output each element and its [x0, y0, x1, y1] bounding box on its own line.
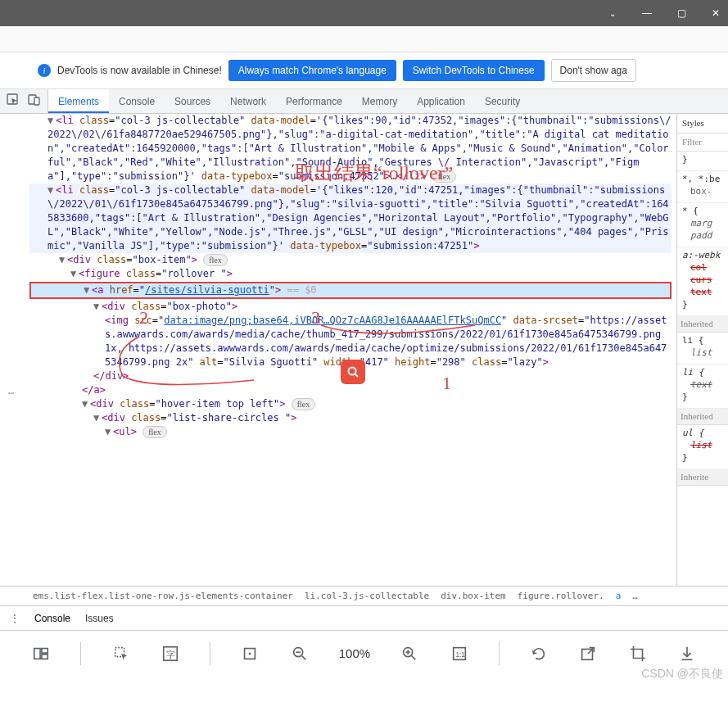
- window-titlebar: ⌄ — ▢ ✕: [0, 0, 728, 26]
- gutter: ⋯: [0, 114, 29, 586]
- bc-item-selected[interactable]: a: [616, 591, 622, 601]
- svg-rect-2: [34, 97, 39, 105]
- bc-more[interactable]: …: [632, 591, 638, 601]
- console-drawer: ⋮ Console Issues: [0, 605, 728, 630]
- dom-node-anchor-selected[interactable]: ▼<a href="/sites/silvia-sguotti"> == $0: [29, 282, 671, 299]
- inspect-icon[interactable]: [7, 93, 20, 109]
- svg-line-4: [355, 374, 359, 378]
- svg-line-17: [412, 655, 416, 659]
- devtools-tabs: Elements Console Sources Network Perform…: [0, 89, 728, 114]
- dom-node-li-2[interactable]: ▼<li class="col-3 js-collectable" data-m…: [29, 183, 671, 253]
- dom-node-hover-item[interactable]: ▼<div class="hover-item top left"> flex: [29, 397, 671, 411]
- style-rule[interactable]: a:-webkcolcurstext}: [677, 247, 728, 316]
- ocr-icon[interactable]: 字: [161, 644, 180, 663]
- style-rule[interactable]: li {text}: [677, 365, 728, 409]
- elements-dom-pane[interactable]: ⋯ ▼<li class="col-3 js-collectable" data…: [0, 114, 677, 586]
- search-badge-icon[interactable]: [341, 360, 365, 384]
- style-rule[interactable]: *, *:bebox-: [677, 171, 728, 203]
- style-rule[interactable]: * {margpadd: [677, 203, 728, 247]
- rotate-icon[interactable]: [529, 644, 549, 663]
- dom-node-ul[interactable]: ▼<ul> flex: [29, 425, 671, 439]
- tab-application[interactable]: Application: [407, 89, 475, 113]
- drawer-tab-console[interactable]: Console: [34, 613, 70, 624]
- svg-text:1:1: 1:1: [455, 650, 465, 658]
- bc-item[interactable]: div.box-item: [441, 591, 505, 601]
- restore-down-icon[interactable]: ⌄: [607, 9, 618, 18]
- zoom-in-icon[interactable]: [400, 644, 419, 663]
- always-match-button[interactable]: Always match Chrome's language: [228, 60, 396, 81]
- info-icon: i: [38, 64, 51, 77]
- styles-filter[interactable]: Filter: [677, 134, 728, 152]
- style-rule[interactable]: }: [677, 152, 728, 171]
- svg-line-14: [301, 655, 305, 659]
- inherited-label: Inherite: [677, 469, 728, 486]
- styles-tab[interactable]: Styles: [677, 114, 728, 134]
- svg-rect-6: [42, 648, 47, 653]
- flex-badge[interactable]: flex: [203, 254, 228, 266]
- svg-rect-7: [42, 654, 47, 659]
- watermark: CSDN @不良使: [641, 667, 723, 682]
- styles-pane[interactable]: Styles Filter } *, *:bebox- * {margpadd …: [677, 114, 728, 586]
- breadcrumbs[interactable]: ems.list-flex.list-one-row.js-elements-c…: [0, 586, 728, 605]
- main-panels: ⋯ ▼<li class="col-3 js-collectable" data…: [0, 114, 728, 586]
- svg-text:字: 字: [165, 649, 174, 659]
- zoom-level[interactable]: 100%: [339, 646, 370, 660]
- dom-node-list-share[interactable]: ▼<div class="list-share-circles ">: [29, 411, 671, 425]
- flex-badge[interactable]: flex: [432, 170, 457, 183]
- bottom-toolbar: 字 100% 1:1: [0, 630, 728, 676]
- tab-security[interactable]: Security: [475, 89, 530, 113]
- svg-rect-5: [34, 648, 40, 659]
- dont-show-button[interactable]: Don't show aga: [551, 59, 636, 82]
- minimize-button[interactable]: —: [641, 7, 653, 19]
- gutter-dots-icon: ⋯: [8, 387, 14, 401]
- tab-elements[interactable]: Elements: [48, 89, 109, 113]
- dom-node-figure[interactable]: ▼<figure class="rollover ">: [29, 267, 671, 281]
- dom-node-li-1[interactable]: ▼<li class="col-3 js-collectable" data-m…: [29, 114, 671, 183]
- actual-size-icon[interactable]: 1:1: [450, 644, 469, 663]
- tab-network[interactable]: Network: [220, 89, 276, 113]
- switch-chinese-button[interactable]: Switch DevTools to Chinese: [403, 60, 545, 81]
- tabs-left-tools: [0, 89, 48, 113]
- open-external-icon[interactable]: [578, 644, 598, 663]
- svg-point-3: [349, 368, 356, 375]
- inherited-label: Inherited: [677, 409, 728, 425]
- inherited-label: Inherited: [677, 316, 728, 333]
- device-icon[interactable]: [28, 93, 41, 109]
- flex-badge[interactable]: flex: [142, 426, 167, 438]
- fit-icon[interactable]: [240, 644, 260, 663]
- tab-memory[interactable]: Memory: [352, 89, 407, 113]
- dom-node-box-photo[interactable]: ▼<div class="box-photo">: [29, 300, 671, 314]
- flex-badge[interactable]: flex: [292, 398, 316, 410]
- bc-item[interactable]: figure.rollover.: [518, 591, 604, 601]
- svg-point-12: [249, 652, 251, 654]
- bc-item[interactable]: li.col-3.js-collectable: [305, 591, 429, 601]
- crop-icon[interactable]: [628, 644, 648, 663]
- tab-performance[interactable]: Performance: [276, 89, 352, 113]
- style-rule[interactable]: ul {list}: [677, 425, 728, 469]
- drawer-tab-issues[interactable]: Issues: [85, 613, 114, 624]
- drawer-menu-icon[interactable]: ⋮: [10, 613, 20, 624]
- layout-icon[interactable]: [31, 644, 51, 663]
- blank-strip: [0, 26, 728, 52]
- zoom-out-icon[interactable]: [290, 644, 310, 663]
- maximize-button[interactable]: ▢: [676, 7, 687, 19]
- language-infobar: i DevTools is now available in Chinese! …: [0, 52, 728, 89]
- tab-console[interactable]: Console: [109, 89, 165, 113]
- tab-sources[interactable]: Sources: [165, 89, 220, 113]
- select-icon[interactable]: [111, 644, 131, 663]
- dom-node-box-item[interactable]: ▼<div class="box-item"> flex: [29, 253, 671, 267]
- dom-close-a[interactable]: </a>: [29, 383, 671, 397]
- download-icon[interactable]: [677, 644, 697, 663]
- bc-item[interactable]: ems.list-flex.list-one-row.js-elements-c…: [33, 591, 293, 601]
- style-rule[interactable]: li {list: [677, 333, 728, 365]
- close-button[interactable]: ✕: [710, 7, 721, 19]
- infobar-message: DevTools is now available in Chinese!: [57, 65, 222, 76]
